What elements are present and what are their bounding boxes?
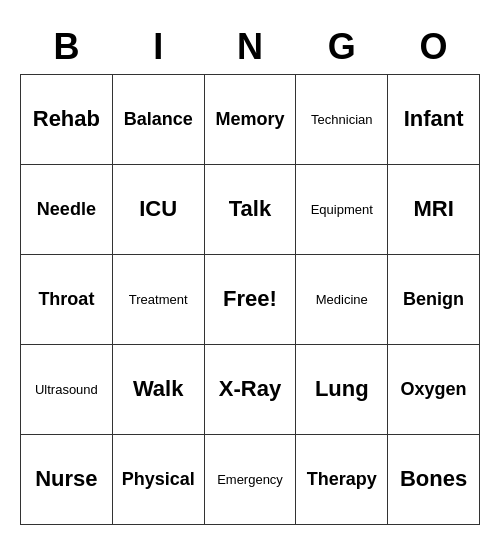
bingo-cell: X-Ray	[204, 344, 296, 434]
bingo-row: NursePhysicalEmergencyTherapyBones	[21, 434, 480, 524]
bingo-cell: Medicine	[296, 254, 388, 344]
header-letter: O	[388, 20, 480, 75]
bingo-cell: Equipment	[296, 164, 388, 254]
bingo-cell: Bones	[388, 434, 480, 524]
bingo-cell: Needle	[21, 164, 113, 254]
bingo-cell: MRI	[388, 164, 480, 254]
bingo-cell: Talk	[204, 164, 296, 254]
bingo-cell: Infant	[388, 74, 480, 164]
bingo-cell: Free!	[204, 254, 296, 344]
header-letter: N	[204, 20, 296, 75]
bingo-cell: ICU	[112, 164, 204, 254]
bingo-card: BINGO RehabBalanceMemoryTechnicianInfant…	[20, 20, 480, 525]
header-row: BINGO	[21, 20, 480, 75]
bingo-cell: Walk	[112, 344, 204, 434]
header-letter: I	[112, 20, 204, 75]
bingo-cell: Treatment	[112, 254, 204, 344]
bingo-row: NeedleICUTalkEquipmentMRI	[21, 164, 480, 254]
bingo-cell: Ultrasound	[21, 344, 113, 434]
bingo-cell: Physical	[112, 434, 204, 524]
bingo-cell: Oxygen	[388, 344, 480, 434]
bingo-cell: Rehab	[21, 74, 113, 164]
bingo-cell: Technician	[296, 74, 388, 164]
bingo-cell: Emergency	[204, 434, 296, 524]
header-letter: B	[21, 20, 113, 75]
bingo-row: ThroatTreatmentFree!MedicineBenign	[21, 254, 480, 344]
bingo-cell: Balance	[112, 74, 204, 164]
header-letter: G	[296, 20, 388, 75]
bingo-cell: Benign	[388, 254, 480, 344]
bingo-row: UltrasoundWalkX-RayLungOxygen	[21, 344, 480, 434]
bingo-cell: Therapy	[296, 434, 388, 524]
bingo-cell: Throat	[21, 254, 113, 344]
bingo-grid: RehabBalanceMemoryTechnicianInfantNeedle…	[21, 74, 480, 524]
bingo-cell: Lung	[296, 344, 388, 434]
bingo-row: RehabBalanceMemoryTechnicianInfant	[21, 74, 480, 164]
bingo-cell: Memory	[204, 74, 296, 164]
bingo-cell: Nurse	[21, 434, 113, 524]
